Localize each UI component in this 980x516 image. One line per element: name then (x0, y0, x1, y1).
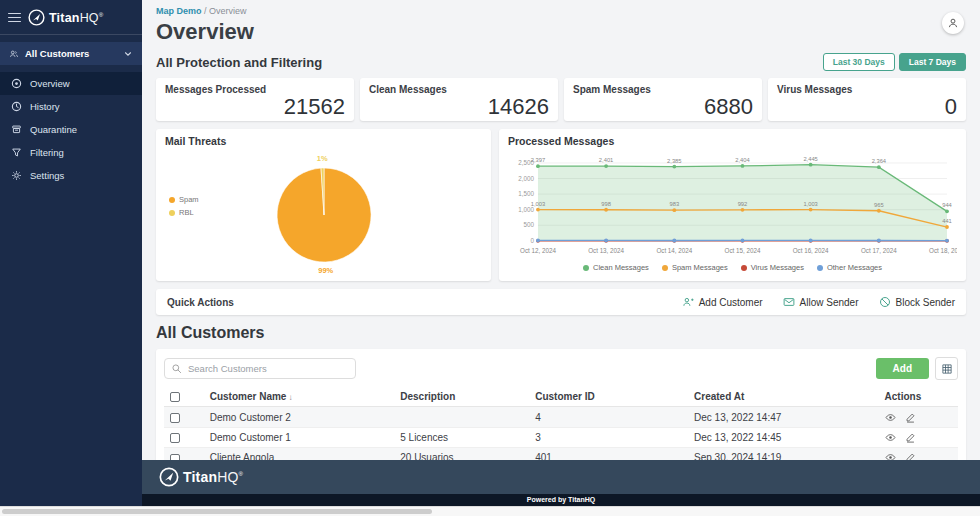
quick-action-label: Allow Sender (800, 297, 859, 308)
grid-icon (941, 363, 953, 375)
search-icon (171, 363, 182, 374)
quick-action-block-sender[interactable]: Block Sender (879, 296, 955, 308)
column-header-customer-id[interactable]: Customer ID (529, 387, 688, 407)
description-cell: 20 Usuarios (394, 448, 529, 460)
search-customers-input[interactable] (164, 358, 356, 379)
quick-action-add-customer[interactable]: Add Customer (682, 296, 763, 308)
table-row[interactable]: Cliente Angola20 Usuarios401Sep 30, 2024… (164, 448, 958, 460)
sidebar-item-filtering[interactable]: Filtering (0, 141, 142, 164)
line-legend-item-other-messages: Other Messages (817, 263, 882, 273)
clock-icon (11, 101, 22, 112)
user-avatar[interactable] (942, 12, 964, 34)
pie-chart: 99%1% (165, 149, 482, 277)
person-plus-icon (682, 296, 694, 308)
breadcrumb-current: Overview (209, 6, 247, 16)
svg-text:Oct 16, 2024: Oct 16, 2024 (793, 247, 829, 254)
description-cell (394, 407, 529, 427)
column-header-customer-name[interactable]: Customer Name↓ (204, 387, 395, 407)
chevron-down-icon (123, 49, 133, 59)
svg-text:500: 500 (523, 221, 534, 228)
edit-row-button[interactable] (905, 412, 916, 423)
select-all-checkbox[interactable] (170, 392, 180, 402)
svg-text:Oct 13, 2024: Oct 13, 2024 (588, 247, 624, 254)
stat-value: 6880 (573, 95, 753, 118)
sidebar-item-settings[interactable]: Settings (0, 164, 142, 187)
sidebar-item-label: Settings (30, 170, 64, 181)
row-actions (885, 412, 952, 423)
sidebar-item-quarantine[interactable]: Quarantine (0, 118, 142, 141)
row-checkbox[interactable] (170, 454, 180, 460)
customers-dropdown[interactable]: All Customers (0, 42, 142, 65)
row-checkbox[interactable] (170, 413, 180, 423)
quick-actions: Add CustomerAllow SenderBlock Sender (682, 296, 955, 308)
table-row[interactable]: Demo Customer 15 Licences3Dec 13, 2022 1… (164, 427, 958, 447)
stat-card-spam-messages: Spam Messages6880 (564, 78, 762, 121)
stat-value: 0 (777, 95, 957, 118)
svg-text:0: 0 (530, 237, 534, 244)
edit-row-button[interactable] (905, 432, 916, 443)
range-button-last-7-days[interactable]: Last 7 Days (899, 53, 966, 71)
horizontal-scrollbar[interactable] (0, 506, 980, 516)
column-header-actions[interactable]: Actions (879, 387, 958, 407)
mail-threats-card: Mail Threats 99%1% SpamRBL (156, 129, 491, 281)
sidebar-nav: OverviewHistoryQuarantineFilteringSettin… (0, 69, 142, 190)
quick-action-allow-sender[interactable]: Allow Sender (783, 296, 859, 308)
app-window: TitanHQ® All Customers OverviewHistoryQu… (0, 0, 980, 506)
svg-text:1%: 1% (316, 154, 327, 163)
breadcrumb-parent-link[interactable]: Map Demo (156, 6, 202, 16)
svg-text:Oct 12, 2024: Oct 12, 2024 (520, 247, 556, 254)
view-row-button[interactable] (885, 432, 896, 443)
rocket-circle-icon (28, 9, 45, 26)
envelope-icon (783, 296, 795, 308)
column-header-created-at[interactable]: Created At (688, 387, 879, 407)
brand-name: TitanHQ® (49, 11, 103, 25)
person-icon (947, 17, 959, 29)
sidebar-item-label: Overview (30, 78, 70, 89)
svg-text:Oct 17, 2024: Oct 17, 2024 (861, 247, 897, 254)
footer: TitanHQ® (142, 460, 980, 494)
customer-name-cell: Demo Customer 1 (204, 427, 395, 447)
stat-card-messages-processed: Messages Processed21562 (156, 78, 354, 121)
edit-row-button[interactable] (905, 452, 916, 460)
sidebar: TitanHQ® All Customers OverviewHistoryQu… (0, 0, 142, 506)
scrollbar-thumb[interactable] (2, 509, 432, 514)
target-icon (11, 78, 22, 89)
quick-actions-title: Quick Actions (167, 297, 234, 308)
view-row-button[interactable] (885, 412, 896, 423)
customer-name-cell: Cliente Angola (204, 448, 395, 460)
page-title: Overview (156, 19, 966, 45)
svg-text:998: 998 (601, 201, 611, 207)
sidebar-item-history[interactable]: History (0, 95, 142, 118)
created-at-cell: Dec 13, 2022 14:47 (688, 407, 879, 427)
range-button-last-30-days[interactable]: Last 30 Days (823, 53, 895, 71)
customer-name-cell: Demo Customer 2 (204, 407, 395, 427)
search-box (164, 358, 356, 379)
column-header-description[interactable]: Description (394, 387, 529, 407)
svg-text:441: 441 (942, 218, 952, 224)
sidebar-item-label: Quarantine (30, 124, 77, 135)
row-checkbox[interactable] (170, 433, 180, 443)
stat-label: Virus Messages (777, 84, 957, 95)
line-legend-item-spam-messages: Spam Messages (662, 263, 728, 273)
line-chart-legend: Clean MessagesSpam MessagesVirus Message… (508, 263, 957, 273)
footer-titanhq-logo: TitanHQ® (159, 467, 243, 487)
quick-action-label: Add Customer (699, 297, 763, 308)
pie-legend-item-spam: Spam (169, 195, 199, 204)
table-row[interactable]: Demo Customer 24Dec 13, 2022 14:47 (164, 407, 958, 427)
grid-view-button[interactable] (935, 357, 958, 380)
protection-section-title: All Protection and Filtering (156, 55, 322, 70)
sidebar-item-overview[interactable]: Overview (0, 72, 142, 95)
breadcrumb: Map Demo / Overview (156, 6, 966, 16)
add-customer-button[interactable]: Add (876, 358, 929, 379)
sidebar-divider (0, 34, 142, 35)
block-icon (879, 296, 891, 308)
view-row-button[interactable] (885, 452, 896, 460)
svg-text:2,401: 2,401 (599, 157, 613, 163)
hamburger-menu-icon[interactable] (8, 10, 21, 24)
customer-id-cell: 4 (529, 407, 688, 427)
svg-text:2,364: 2,364 (872, 158, 887, 164)
quick-actions-bar: Quick Actions Add CustomerAllow SenderBl… (156, 289, 966, 315)
svg-text:2,445: 2,445 (803, 156, 817, 162)
breadcrumb-separator: / (204, 6, 207, 16)
svg-text:1,000: 1,000 (518, 206, 534, 213)
